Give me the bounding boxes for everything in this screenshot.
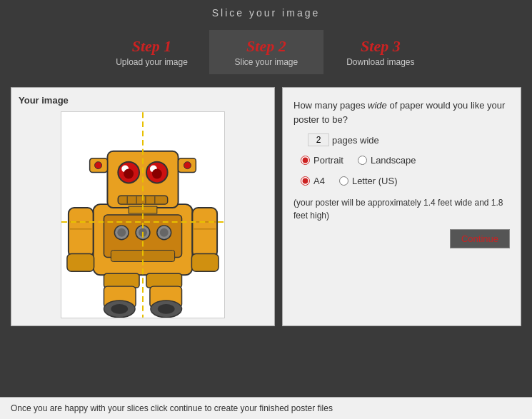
portrait-label: Portrait bbox=[313, 155, 343, 166]
letter-radio[interactable] bbox=[339, 176, 348, 186]
step-2-label: Step 2 bbox=[231, 37, 302, 56]
step-3-desc: Download images bbox=[345, 57, 416, 67]
portrait-option[interactable]: Portrait bbox=[301, 155, 343, 166]
a4-radio[interactable] bbox=[301, 176, 310, 186]
svg-rect-31 bbox=[146, 273, 182, 288]
a4-label: A4 bbox=[313, 176, 325, 186]
landscape-label: Landscape bbox=[371, 155, 416, 166]
svg-rect-23 bbox=[67, 254, 94, 272]
step-1[interactable]: Step 1 Upload your image bbox=[94, 30, 209, 74]
svg-point-19 bbox=[95, 162, 102, 169]
image-container bbox=[61, 111, 225, 318]
image-panel: Your image bbox=[11, 87, 275, 326]
svg-point-16 bbox=[152, 169, 162, 179]
a4-option[interactable]: A4 bbox=[301, 176, 325, 186]
svg-point-35 bbox=[111, 304, 128, 314]
svg-rect-26 bbox=[192, 208, 217, 257]
pages-wide-input[interactable] bbox=[308, 133, 329, 146]
question-text: How many pages wide of paper would you l… bbox=[293, 99, 510, 126]
settings-panel: How many pages wide of paper would you l… bbox=[282, 87, 521, 326]
steps-bar: Step 1 Upload your image Step 2 Slice yo… bbox=[0, 24, 532, 80]
svg-point-7 bbox=[117, 228, 126, 237]
question-italic: wide bbox=[368, 100, 387, 111]
pages-wide-row: pages wide bbox=[308, 133, 510, 146]
step-2[interactable]: Step 2 Slice your image bbox=[209, 30, 323, 74]
svg-point-15 bbox=[124, 169, 134, 179]
step-1-desc: Upload your image bbox=[116, 57, 188, 67]
image-panel-title: Your image bbox=[19, 95, 267, 106]
step-3[interactable]: Step 3 Download images bbox=[323, 30, 438, 74]
step-3-label: Step 3 bbox=[345, 37, 416, 56]
approx-text: (your poster will be approximately 1.4 f… bbox=[293, 196, 510, 222]
page-header: Slice your image bbox=[0, 0, 532, 24]
step-1-label: Step 1 bbox=[116, 37, 188, 56]
svg-rect-27 bbox=[191, 254, 219, 272]
bottom-text: Once you are happy with your slices clic… bbox=[11, 403, 333, 413]
landscape-radio[interactable] bbox=[358, 156, 367, 165]
portrait-radio[interactable] bbox=[301, 156, 310, 165]
svg-point-20 bbox=[184, 162, 191, 169]
bottom-bar: Once you are happy with your slices clic… bbox=[0, 397, 532, 419]
main-content: Your image bbox=[11, 87, 521, 326]
svg-rect-30 bbox=[104, 273, 139, 288]
paper-size-group: A4 Letter (US) bbox=[301, 176, 510, 186]
step-2-desc: Slice your image bbox=[231, 57, 302, 67]
svg-rect-22 bbox=[69, 208, 94, 257]
question-start: How many pages bbox=[293, 100, 368, 111]
letter-label: Letter (US) bbox=[352, 176, 398, 186]
continue-button[interactable]: Continue bbox=[450, 229, 510, 248]
svg-point-9 bbox=[160, 228, 169, 237]
orientation-group: Portrait Landscape bbox=[301, 155, 510, 166]
letter-option[interactable]: Letter (US) bbox=[339, 176, 398, 186]
landscape-option[interactable]: Landscape bbox=[358, 155, 416, 166]
pages-wide-label: pages wide bbox=[332, 135, 379, 146]
robot-image bbox=[61, 112, 224, 318]
svg-point-37 bbox=[158, 304, 175, 314]
header-title: Slice your image bbox=[212, 7, 321, 19]
